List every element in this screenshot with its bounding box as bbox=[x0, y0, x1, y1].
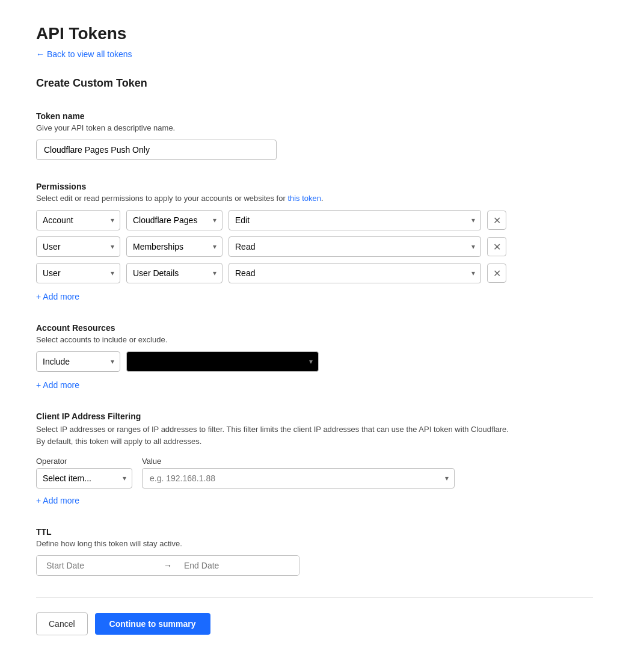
remove-permission-3[interactable]: ✕ bbox=[487, 264, 506, 283]
form-section-title: Create Custom Token bbox=[36, 77, 593, 90]
account-resources-label: Account Resources bbox=[36, 323, 593, 333]
ttl-end-input[interactable] bbox=[174, 556, 299, 575]
permissions-section: Permissions Select edit or read permissi… bbox=[36, 182, 593, 301]
ttl-section: TTL Define how long this token will stay… bbox=[36, 527, 593, 576]
back-link[interactable]: ← Back to view all tokens bbox=[36, 49, 132, 59]
cancel-button[interactable]: Cancel bbox=[36, 612, 88, 635]
token-name-description: Give your API token a descriptive name. bbox=[36, 123, 593, 132]
resource-select-3[interactable]: Memberships User Details Audit Logs bbox=[126, 263, 222, 283]
ip-row: Operator Select item... Is in Is not in … bbox=[36, 457, 593, 489]
operator-select-wrapper: Select item... Is in Is not in bbox=[36, 468, 132, 489]
remove-permission-2[interactable]: ✕ bbox=[487, 237, 506, 256]
permission-select-wrapper-2: Edit Read bbox=[229, 236, 481, 257]
operator-select[interactable]: Select item... Is in Is not in bbox=[36, 468, 132, 489]
ttl-description: Define how long this token will stay act… bbox=[36, 539, 593, 548]
account-value-select[interactable] bbox=[126, 351, 319, 372]
footer-divider bbox=[36, 597, 593, 598]
ttl-label: TTL bbox=[36, 527, 593, 537]
account-resources-add-more[interactable]: + Add more bbox=[36, 380, 79, 390]
resource-select-1[interactable]: Cloudflare Pages Access Billing bbox=[126, 210, 222, 230]
ip-value-input[interactable] bbox=[142, 468, 455, 489]
ip-value-wrapper bbox=[142, 468, 455, 489]
account-resources-section: Account Resources Select accounts to inc… bbox=[36, 323, 593, 390]
resource-select-2[interactable]: Memberships User Details Audit Logs bbox=[126, 236, 222, 257]
operator-label: Operator bbox=[36, 457, 132, 466]
resource-select-wrapper-1: Cloudflare Pages Access Billing bbox=[126, 210, 222, 230]
continue-button[interactable]: Continue to summary bbox=[95, 613, 210, 635]
ip-filtering-section: Client IP Address Filtering Select IP ad… bbox=[36, 412, 593, 505]
account-resources-row: Include Exclude bbox=[36, 351, 593, 372]
ttl-start-input[interactable] bbox=[37, 556, 161, 575]
this-token-link[interactable]: this token bbox=[287, 194, 321, 203]
scope-select-1[interactable]: Account User Zone bbox=[36, 210, 120, 230]
permission-select-2[interactable]: Edit Read bbox=[229, 236, 481, 257]
permission-row-2: Account User Zone Memberships User Detai… bbox=[36, 236, 593, 257]
include-select-wrapper: Include Exclude bbox=[36, 351, 120, 372]
page-title: API Tokens bbox=[36, 24, 593, 43]
permission-row-1: Account User Zone Cloudflare Pages Acces… bbox=[36, 210, 593, 230]
footer-actions: Cancel Continue to summary bbox=[36, 612, 593, 635]
value-group: Value bbox=[142, 457, 455, 489]
scope-select-2[interactable]: Account User Zone bbox=[36, 236, 120, 257]
form-title: Create Custom Token bbox=[36, 77, 593, 90]
account-value-select-wrapper bbox=[126, 351, 319, 372]
resource-select-wrapper-2: Memberships User Details Audit Logs bbox=[126, 236, 222, 257]
token-name-label: Token name bbox=[36, 111, 593, 121]
token-name-input[interactable] bbox=[36, 140, 277, 160]
ip-filtering-description: Select IP addresses or ranges of IP addr… bbox=[36, 424, 593, 447]
permission-select-wrapper-3: Edit Read bbox=[229, 263, 481, 283]
ip-filtering-label: Client IP Address Filtering bbox=[36, 412, 593, 421]
operator-group: Operator Select item... Is in Is not in bbox=[36, 457, 132, 489]
ttl-arrow-icon: → bbox=[161, 556, 174, 575]
scope-select-wrapper-2: Account User Zone bbox=[36, 236, 120, 257]
resource-select-wrapper-3: Memberships User Details Audit Logs bbox=[126, 263, 222, 283]
scope-select-3[interactable]: Account User Zone bbox=[36, 263, 120, 283]
remove-permission-1[interactable]: ✕ bbox=[487, 211, 506, 230]
permission-select-wrapper-1: Edit Read bbox=[229, 210, 481, 230]
permission-select-3[interactable]: Edit Read bbox=[229, 263, 481, 283]
ttl-range: → bbox=[36, 555, 299, 576]
permission-row-3: Account User Zone Memberships User Detai… bbox=[36, 263, 593, 283]
permission-select-1[interactable]: Edit Read bbox=[229, 210, 481, 230]
scope-select-wrapper-1: Account User Zone bbox=[36, 210, 120, 230]
permissions-label: Permissions bbox=[36, 182, 593, 191]
scope-select-wrapper-3: Account User Zone bbox=[36, 263, 120, 283]
permissions-add-more[interactable]: + Add more bbox=[36, 292, 79, 301]
value-label: Value bbox=[142, 457, 455, 466]
include-select[interactable]: Include Exclude bbox=[36, 351, 120, 372]
permissions-description: Select edit or read permissions to apply… bbox=[36, 194, 593, 203]
account-resources-description: Select accounts to include or exclude. bbox=[36, 335, 593, 344]
ip-filtering-add-more[interactable]: + Add more bbox=[36, 496, 79, 505]
token-name-section: Token name Give your API token a descrip… bbox=[36, 111, 593, 160]
